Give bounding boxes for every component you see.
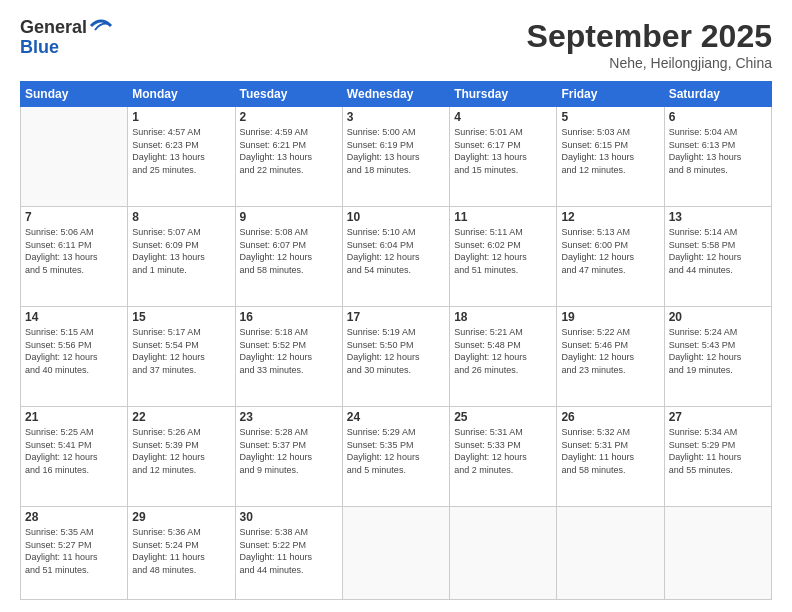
table-row: 1Sunrise: 4:57 AM Sunset: 6:23 PM Daylig… [128, 107, 235, 207]
day-number: 25 [454, 410, 552, 424]
day-number: 12 [561, 210, 659, 224]
day-info: Sunrise: 5:00 AM Sunset: 6:19 PM Dayligh… [347, 126, 445, 176]
day-number: 4 [454, 110, 552, 124]
calendar-header-row: Sunday Monday Tuesday Wednesday Thursday… [21, 82, 772, 107]
day-number: 14 [25, 310, 123, 324]
day-number: 3 [347, 110, 445, 124]
logo-general: General [20, 18, 87, 38]
table-row: 4Sunrise: 5:01 AM Sunset: 6:17 PM Daylig… [450, 107, 557, 207]
day-number: 6 [669, 110, 767, 124]
day-info: Sunrise: 5:19 AM Sunset: 5:50 PM Dayligh… [347, 326, 445, 376]
day-info: Sunrise: 5:13 AM Sunset: 6:00 PM Dayligh… [561, 226, 659, 276]
table-row: 23Sunrise: 5:28 AM Sunset: 5:37 PM Dayli… [235, 406, 342, 506]
day-number: 24 [347, 410, 445, 424]
day-info: Sunrise: 5:34 AM Sunset: 5:29 PM Dayligh… [669, 426, 767, 476]
day-info: Sunrise: 5:25 AM Sunset: 5:41 PM Dayligh… [25, 426, 123, 476]
table-row: 3Sunrise: 5:00 AM Sunset: 6:19 PM Daylig… [342, 107, 449, 207]
day-number: 15 [132, 310, 230, 324]
day-info: Sunrise: 5:11 AM Sunset: 6:02 PM Dayligh… [454, 226, 552, 276]
day-info: Sunrise: 5:32 AM Sunset: 5:31 PM Dayligh… [561, 426, 659, 476]
col-friday: Friday [557, 82, 664, 107]
col-saturday: Saturday [664, 82, 771, 107]
calendar-table: Sunday Monday Tuesday Wednesday Thursday… [20, 81, 772, 600]
table-row: 18Sunrise: 5:21 AM Sunset: 5:48 PM Dayli… [450, 306, 557, 406]
table-row: 14Sunrise: 5:15 AM Sunset: 5:56 PM Dayli… [21, 306, 128, 406]
table-row [664, 506, 771, 599]
table-row: 2Sunrise: 4:59 AM Sunset: 6:21 PM Daylig… [235, 107, 342, 207]
col-wednesday: Wednesday [342, 82, 449, 107]
table-row: 28Sunrise: 5:35 AM Sunset: 5:27 PM Dayli… [21, 506, 128, 599]
header: General Blue September 2025 Nehe, Heilon… [20, 18, 772, 71]
day-number: 30 [240, 510, 338, 524]
day-info: Sunrise: 5:36 AM Sunset: 5:24 PM Dayligh… [132, 526, 230, 576]
day-info: Sunrise: 5:15 AM Sunset: 5:56 PM Dayligh… [25, 326, 123, 376]
table-row: 27Sunrise: 5:34 AM Sunset: 5:29 PM Dayli… [664, 406, 771, 506]
table-row: 25Sunrise: 5:31 AM Sunset: 5:33 PM Dayli… [450, 406, 557, 506]
col-tuesday: Tuesday [235, 82, 342, 107]
day-number: 7 [25, 210, 123, 224]
day-number: 20 [669, 310, 767, 324]
day-number: 18 [454, 310, 552, 324]
day-number: 17 [347, 310, 445, 324]
table-row: 6Sunrise: 5:04 AM Sunset: 6:13 PM Daylig… [664, 107, 771, 207]
table-row [342, 506, 449, 599]
title-block: September 2025 Nehe, Heilongjiang, China [527, 18, 772, 71]
table-row: 10Sunrise: 5:10 AM Sunset: 6:04 PM Dayli… [342, 206, 449, 306]
day-number: 9 [240, 210, 338, 224]
month-title: September 2025 [527, 18, 772, 55]
table-row: 5Sunrise: 5:03 AM Sunset: 6:15 PM Daylig… [557, 107, 664, 207]
table-row: 20Sunrise: 5:24 AM Sunset: 5:43 PM Dayli… [664, 306, 771, 406]
day-number: 11 [454, 210, 552, 224]
day-number: 26 [561, 410, 659, 424]
day-info: Sunrise: 5:31 AM Sunset: 5:33 PM Dayligh… [454, 426, 552, 476]
day-info: Sunrise: 5:04 AM Sunset: 6:13 PM Dayligh… [669, 126, 767, 176]
table-row: 29Sunrise: 5:36 AM Sunset: 5:24 PM Dayli… [128, 506, 235, 599]
day-info: Sunrise: 5:18 AM Sunset: 5:52 PM Dayligh… [240, 326, 338, 376]
table-row: 9Sunrise: 5:08 AM Sunset: 6:07 PM Daylig… [235, 206, 342, 306]
table-row [450, 506, 557, 599]
day-number: 8 [132, 210, 230, 224]
table-row: 19Sunrise: 5:22 AM Sunset: 5:46 PM Dayli… [557, 306, 664, 406]
day-info: Sunrise: 5:24 AM Sunset: 5:43 PM Dayligh… [669, 326, 767, 376]
table-row: 15Sunrise: 5:17 AM Sunset: 5:54 PM Dayli… [128, 306, 235, 406]
day-number: 23 [240, 410, 338, 424]
table-row: 7Sunrise: 5:06 AM Sunset: 6:11 PM Daylig… [21, 206, 128, 306]
day-number: 16 [240, 310, 338, 324]
day-info: Sunrise: 5:22 AM Sunset: 5:46 PM Dayligh… [561, 326, 659, 376]
day-number: 5 [561, 110, 659, 124]
day-number: 19 [561, 310, 659, 324]
day-info: Sunrise: 5:29 AM Sunset: 5:35 PM Dayligh… [347, 426, 445, 476]
day-number: 13 [669, 210, 767, 224]
table-row: 12Sunrise: 5:13 AM Sunset: 6:00 PM Dayli… [557, 206, 664, 306]
day-number: 28 [25, 510, 123, 524]
table-row: 21Sunrise: 5:25 AM Sunset: 5:41 PM Dayli… [21, 406, 128, 506]
day-info: Sunrise: 5:17 AM Sunset: 5:54 PM Dayligh… [132, 326, 230, 376]
table-row: 17Sunrise: 5:19 AM Sunset: 5:50 PM Dayli… [342, 306, 449, 406]
day-info: Sunrise: 4:59 AM Sunset: 6:21 PM Dayligh… [240, 126, 338, 176]
col-thursday: Thursday [450, 82, 557, 107]
logo: General Blue [20, 18, 113, 58]
day-info: Sunrise: 5:28 AM Sunset: 5:37 PM Dayligh… [240, 426, 338, 476]
table-row: 8Sunrise: 5:07 AM Sunset: 6:09 PM Daylig… [128, 206, 235, 306]
day-info: Sunrise: 5:03 AM Sunset: 6:15 PM Dayligh… [561, 126, 659, 176]
col-monday: Monday [128, 82, 235, 107]
day-number: 21 [25, 410, 123, 424]
day-info: Sunrise: 5:08 AM Sunset: 6:07 PM Dayligh… [240, 226, 338, 276]
day-info: Sunrise: 5:26 AM Sunset: 5:39 PM Dayligh… [132, 426, 230, 476]
day-info: Sunrise: 5:14 AM Sunset: 5:58 PM Dayligh… [669, 226, 767, 276]
day-number: 29 [132, 510, 230, 524]
logo-blue: Blue [20, 38, 113, 58]
day-info: Sunrise: 5:35 AM Sunset: 5:27 PM Dayligh… [25, 526, 123, 576]
table-row: 22Sunrise: 5:26 AM Sunset: 5:39 PM Dayli… [128, 406, 235, 506]
table-row [557, 506, 664, 599]
day-number: 27 [669, 410, 767, 424]
table-row: 13Sunrise: 5:14 AM Sunset: 5:58 PM Dayli… [664, 206, 771, 306]
table-row: 11Sunrise: 5:11 AM Sunset: 6:02 PM Dayli… [450, 206, 557, 306]
table-row: 26Sunrise: 5:32 AM Sunset: 5:31 PM Dayli… [557, 406, 664, 506]
day-info: Sunrise: 5:38 AM Sunset: 5:22 PM Dayligh… [240, 526, 338, 576]
logo-text: General Blue [20, 18, 113, 58]
table-row: 24Sunrise: 5:29 AM Sunset: 5:35 PM Dayli… [342, 406, 449, 506]
day-info: Sunrise: 4:57 AM Sunset: 6:23 PM Dayligh… [132, 126, 230, 176]
page: General Blue September 2025 Nehe, Heilon… [0, 0, 792, 612]
day-info: Sunrise: 5:01 AM Sunset: 6:17 PM Dayligh… [454, 126, 552, 176]
